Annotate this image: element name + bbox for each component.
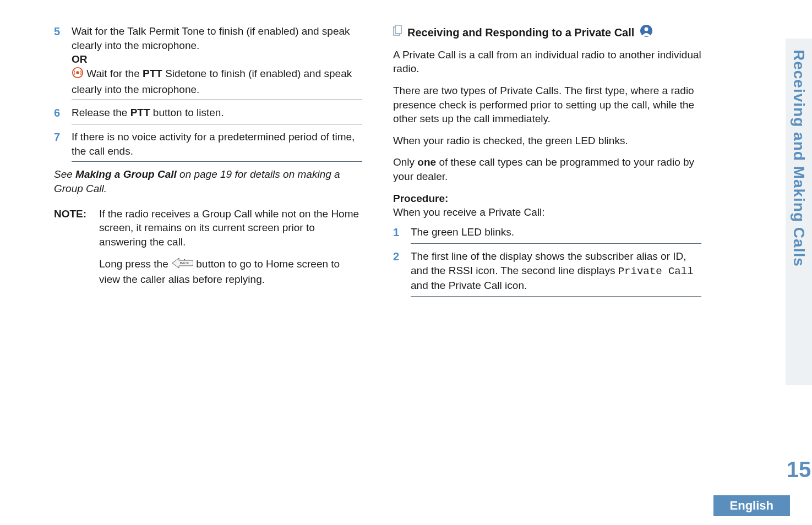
- step-body: Wait for the Talk Permit Tone to finish …: [72, 24, 362, 96]
- back-button-icon: BACK: [171, 257, 193, 273]
- note-paragraph-1: If the radio receives a Group Call while…: [99, 207, 362, 249]
- language-tab: English: [713, 495, 790, 516]
- step-number: 5: [54, 24, 64, 96]
- page-number: 15: [786, 457, 812, 482]
- radio-ring-icon: [72, 67, 84, 83]
- p4b: of these call types can be programmed to…: [393, 156, 694, 182]
- side-heading-tab: Receiving and Making Calls: [786, 39, 812, 385]
- svg-point-7: [645, 28, 648, 31]
- svg-point-1: [76, 71, 79, 74]
- step-text: If there is no voice activity for a pred…: [72, 131, 355, 157]
- side-heading-text: Receiving and Making Calls: [790, 50, 808, 267]
- step-number: 6: [54, 106, 64, 121]
- paragraph: A Private Call is a call from an individ…: [393, 48, 701, 76]
- two-column-layout: 5 Wait for the Talk Permit Tone to finis…: [54, 24, 779, 302]
- procedure-label: Procedure:: [393, 192, 701, 206]
- private-call-icon: [640, 24, 653, 41]
- step-number: 7: [54, 130, 64, 158]
- procedure-subtitle: When you receive a Private Call:: [393, 205, 701, 220]
- section-heading: Receiving and Responding to a Private Ca…: [393, 24, 701, 41]
- ptt-label: PTT: [143, 68, 162, 79]
- see-reference: See Making a Group Call on page 19 for d…: [54, 167, 362, 195]
- note-body: If the radio receives a Group Call while…: [99, 207, 362, 294]
- section-title: Receiving and Responding to a Private Ca…: [407, 25, 634, 40]
- divider: [72, 100, 362, 100]
- step-number: 1: [393, 225, 403, 240]
- divider: [72, 124, 362, 124]
- left-column: 5 Wait for the Talk Permit Tone to finis…: [54, 24, 362, 302]
- or-label: OR: [72, 53, 88, 65]
- step2-mono: Private Call: [618, 265, 694, 277]
- p4a: Only: [393, 156, 417, 168]
- step2-b: and the Private Call icon.: [411, 280, 527, 291]
- note-p2a: Long press the: [99, 258, 171, 270]
- page: 5 Wait for the Talk Permit Tone to finis…: [0, 0, 812, 525]
- divider: [72, 161, 362, 162]
- svg-rect-5: [395, 25, 401, 34]
- step-body: If there is no voice activity for a pred…: [72, 130, 362, 158]
- proc-step-2: 2 The first line of the display shows th…: [393, 249, 701, 293]
- step-body: The green LED blinks.: [411, 225, 701, 240]
- document-icon: [393, 25, 402, 40]
- p4-bold: one: [417, 156, 436, 168]
- step-number: 2: [393, 249, 403, 293]
- step-text-b: button to listen.: [150, 107, 224, 118]
- step-text-2a: Wait for the: [86, 68, 143, 79]
- step-6: 6 Release the PTT button to listen.: [54, 106, 362, 121]
- note-label: NOTE:: [54, 207, 91, 294]
- note-paragraph-2: Long press the BACK button to go to Home…: [99, 257, 362, 287]
- step-5: 5 Wait for the Talk Permit Tone to finis…: [54, 24, 362, 96]
- divider: [411, 296, 701, 297]
- proc-step-1: 1 The green LED blinks.: [393, 225, 701, 240]
- right-column: Receiving and Responding to a Private Ca…: [393, 24, 701, 302]
- svg-point-3: [184, 259, 185, 260]
- paragraph: Only one of these call types can be prog…: [393, 155, 701, 183]
- step-text: Wait for the Talk Permit Tone to finish …: [72, 25, 350, 51]
- step-7: 7 If there is no voice activity for a pr…: [54, 130, 362, 158]
- step-body: The first line of the display shows the …: [411, 249, 701, 293]
- divider: [411, 243, 701, 244]
- svg-text:BACK: BACK: [180, 261, 189, 265]
- ptt-label: PTT: [130, 107, 150, 118]
- paragraph: There are two types of Private Calls. Th…: [393, 84, 701, 126]
- paragraph: When your radio is checked, the green LE…: [393, 134, 701, 148]
- see-a: See: [54, 168, 75, 180]
- see-bold: Making a Group Call: [75, 168, 177, 180]
- note-block: NOTE: If the radio receives a Group Call…: [54, 207, 362, 294]
- step-text-a: Release the: [72, 107, 130, 118]
- step-body: Release the PTT button to listen.: [72, 106, 362, 121]
